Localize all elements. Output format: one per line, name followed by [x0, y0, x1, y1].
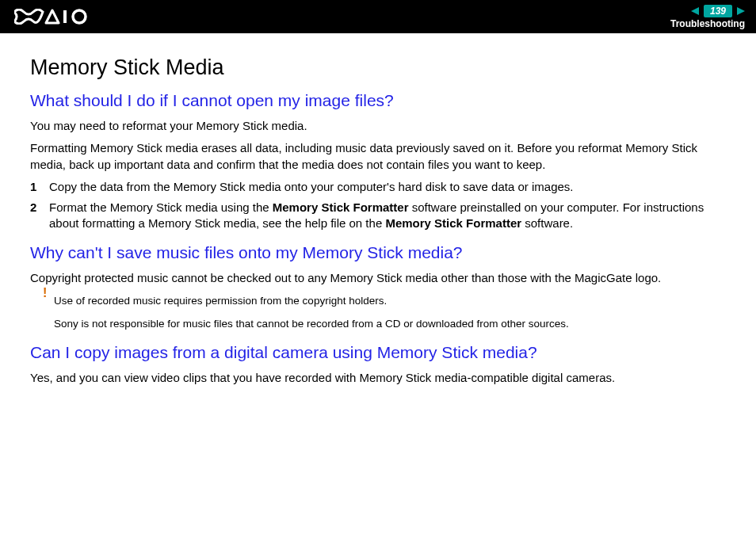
- svg-rect-0: [63, 10, 67, 23]
- prev-page-arrow-icon[interactable]: [691, 7, 699, 15]
- page-content: Memory Stick Media What should I do if I…: [0, 33, 756, 386]
- list-number: 1: [30, 179, 49, 195]
- list-item: 2 Format the Memory Stick media using th…: [30, 200, 726, 232]
- body-text: Copyright protected music cannot be chec…: [30, 270, 726, 286]
- list-text: Format the Memory Stick media using the …: [49, 200, 726, 232]
- caution-note: ! Use of recorded music requires permiss…: [54, 294, 726, 309]
- list-number: 2: [30, 200, 49, 232]
- page-nav: 139: [691, 5, 745, 17]
- note-text: Use of recorded music requires permissio…: [54, 295, 387, 307]
- list-text: Copy the data from the Memory Stick medi…: [49, 179, 726, 195]
- body-text: Formatting Memory Stick media erases all…: [30, 140, 726, 173]
- exclamation-icon: !: [43, 284, 47, 302]
- page-number: 139: [704, 5, 732, 17]
- body-text: Yes, and you can view video clips that y…: [30, 370, 726, 386]
- note-text: Sony is not responsible for music files …: [54, 317, 726, 332]
- question-heading-2: Why can't I save music files onto my Mem…: [30, 243, 726, 262]
- question-heading-3: Can I copy images from a digital camera …: [30, 343, 726, 362]
- list-item: 1 Copy the data from the Memory Stick me…: [30, 179, 726, 195]
- section-label: Troubleshooting: [670, 18, 745, 29]
- numbered-list: 1 Copy the data from the Memory Stick me…: [30, 179, 726, 232]
- page-title: Memory Stick Media: [30, 55, 726, 80]
- vaio-logo: [14, 9, 90, 25]
- body-text: You may need to reformat your Memory Sti…: [30, 118, 726, 134]
- question-heading-1: What should I do if I cannot open my ima…: [30, 91, 726, 110]
- header-right: 139 Troubleshooting: [670, 5, 745, 29]
- next-page-arrow-icon[interactable]: [737, 7, 745, 15]
- svg-point-1: [73, 10, 86, 23]
- page-header: 139 Troubleshooting: [0, 0, 756, 33]
